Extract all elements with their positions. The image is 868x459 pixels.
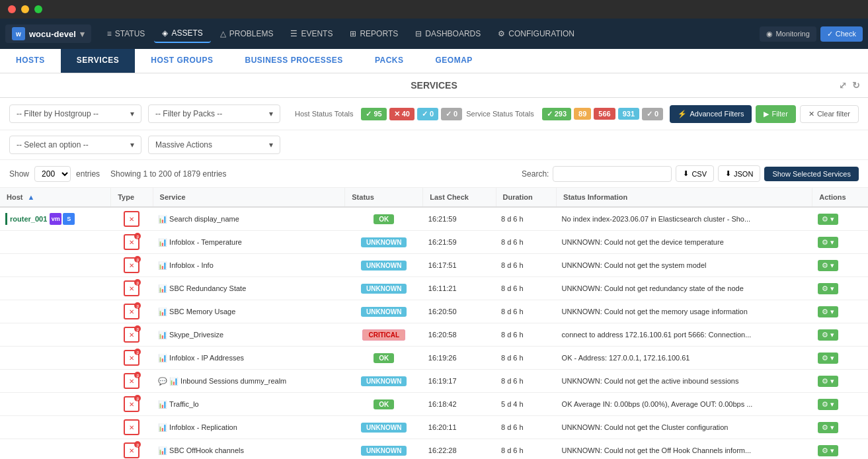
actions-button[interactable]: ⚙ ▾ bbox=[818, 306, 838, 317]
last-check-cell: 16:20:11 bbox=[423, 416, 496, 439]
service-name[interactable]: SBC Memory Usage bbox=[169, 308, 235, 315]
json-button[interactable]: ⬇ JSON bbox=[718, 165, 760, 182]
problems-nav-icon: △ bbox=[220, 29, 226, 38]
last-check-cell: 16:19:26 bbox=[423, 347, 496, 370]
brand-logo: w bbox=[12, 27, 25, 40]
packs-filter[interactable]: -- Filter by Packs -- ▾ bbox=[148, 104, 280, 123]
type-action-icon[interactable]: ✕p bbox=[124, 257, 139, 273]
maximize-btn[interactable] bbox=[34, 5, 42, 13]
service-name[interactable]: Inbound Sessions dummy_realm bbox=[180, 377, 286, 385]
select-option-dropdown[interactable]: -- Select an option -- ▾ bbox=[9, 136, 141, 154]
nav-item-configuration[interactable]: ⚙ CONFIGURATION bbox=[490, 24, 582, 43]
last-check-cell: 16:20:50 bbox=[423, 300, 496, 323]
actions-button[interactable]: ⚙ ▾ bbox=[818, 376, 838, 387]
type-action-icon[interactable]: ✕p bbox=[124, 442, 139, 458]
actions-button[interactable]: ⚙ ▾ bbox=[818, 237, 838, 248]
actions-button[interactable]: ⚙ ▾ bbox=[818, 445, 838, 456]
table-row: ✕p📊Skype_DrivesizeCRITICAL16:20:588 d 6 … bbox=[0, 323, 868, 347]
entries-select[interactable]: 200 50 100 500 bbox=[34, 166, 71, 182]
table-row: ✕p📊Traffic_loOK16:18:425 d 4 hOK Average… bbox=[0, 393, 868, 416]
col-status[interactable]: Status bbox=[345, 188, 423, 207]
col-status-info[interactable]: Status Information bbox=[557, 188, 812, 207]
p-badge: p bbox=[134, 233, 141, 239]
actions-button[interactable]: ⚙ ▾ bbox=[818, 260, 838, 271]
graph-icon: 📊 bbox=[158, 354, 167, 362]
csv-button[interactable]: ⬇ CSV bbox=[676, 165, 714, 182]
status-badge: CRITICAL bbox=[362, 329, 405, 341]
close-btn[interactable] bbox=[8, 5, 16, 13]
service-name[interactable]: Skype_Drivesize bbox=[169, 331, 223, 339]
col-last-check[interactable]: Last Check bbox=[423, 188, 496, 207]
actions-button[interactable]: ⚙ ▾ bbox=[818, 329, 838, 341]
nav-item-dashboards[interactable]: ⊟ DASHBOARDS bbox=[407, 24, 489, 43]
nav-item-assets[interactable]: ◈ ASSETS bbox=[154, 24, 210, 43]
actions-button[interactable]: ⚙ ▾ bbox=[818, 353, 838, 364]
actions-cell: ⚙ ▾ bbox=[812, 323, 868, 347]
tab-host-groups[interactable]: HOST GROUPS bbox=[135, 49, 229, 73]
clear-filter-button[interactable]: ✕ Clear filter bbox=[800, 105, 859, 123]
type-cell: ✕p bbox=[111, 300, 153, 323]
times-icon: ✕ bbox=[809, 110, 814, 118]
actions-button[interactable]: ⚙ ▾ bbox=[818, 283, 838, 294]
service-name[interactable]: Infoblox - Replication bbox=[169, 423, 237, 431]
chevron-down-icon: ▾ bbox=[130, 109, 134, 118]
download-icon: ⬇ bbox=[725, 169, 731, 178]
service-name[interactable]: Infoblox - Temperature bbox=[169, 238, 242, 246]
monitoring-button[interactable]: ◉ Monitoring bbox=[760, 26, 816, 42]
type-action-icon[interactable]: ✕p bbox=[124, 234, 139, 250]
service-name[interactable]: SBC Redundancy State bbox=[169, 284, 246, 292]
tab-hosts[interactable]: HOSTS bbox=[0, 49, 61, 73]
top-nav: w wocu-devel ▾ ≡ STATUS ◈ ASSETS △ PROBL… bbox=[0, 19, 868, 49]
type-action-icon[interactable]: ✕p bbox=[124, 373, 139, 389]
advanced-filters-button[interactable]: ⚡ Advanced Filters bbox=[670, 105, 752, 123]
nav-item-events[interactable]: ☰ EVENTS bbox=[282, 24, 340, 43]
table-row: router_001 vm S ✕📊Search display_nameOK1… bbox=[0, 207, 868, 231]
expand-icon[interactable]: ⤢ bbox=[839, 80, 847, 91]
nav-item-status[interactable]: ≡ STATUS bbox=[99, 24, 153, 43]
select-option-label: -- Select an option -- bbox=[17, 140, 89, 149]
service-name[interactable]: Infoblox - IP Addresses bbox=[169, 354, 244, 362]
tab-business-processes[interactable]: BUSINESS PROCESSES bbox=[229, 49, 359, 73]
tab-geomap[interactable]: GEOMAP bbox=[420, 49, 489, 73]
type-action-icon[interactable]: ✕p bbox=[124, 350, 139, 366]
col-duration[interactable]: Duration bbox=[496, 188, 557, 207]
service-cell: 📊Infoblox - Temperature bbox=[153, 231, 345, 254]
type-action-icon[interactable]: ✕ bbox=[124, 211, 139, 227]
show-selected-button[interactable]: Show Selected Services bbox=[764, 167, 859, 181]
tab-services[interactable]: SERVICES bbox=[61, 49, 135, 73]
actions-button[interactable]: ⚙ ▾ bbox=[818, 399, 838, 410]
type-action-icon[interactable]: ✕p bbox=[124, 327, 139, 343]
search-input[interactable] bbox=[553, 166, 672, 182]
service-cell: 📊SBC Redundancy State bbox=[153, 277, 345, 300]
massive-actions-dropdown[interactable]: Massive Actions ▾ bbox=[148, 136, 280, 154]
minimize-btn[interactable] bbox=[21, 5, 29, 13]
filter-button[interactable]: ▶ Filter bbox=[756, 105, 795, 123]
type-action-icon[interactable]: ✕p bbox=[124, 280, 139, 296]
service-name[interactable]: Traffic_lo bbox=[169, 400, 199, 408]
actions-button[interactable]: ⚙ ▾ bbox=[818, 214, 838, 225]
type-action-icon[interactable]: ✕ bbox=[124, 419, 139, 435]
brand-selector[interactable]: w wocu-devel ▾ bbox=[5, 24, 91, 43]
nav-item-reports[interactable]: ⊞ REPORTS bbox=[342, 24, 406, 43]
col-type[interactable]: Type bbox=[111, 188, 153, 207]
hostgroup-filter[interactable]: -- Filter by Hostgroup -- ▾ bbox=[9, 104, 141, 123]
service-name[interactable]: Infoblox - Info bbox=[169, 261, 214, 269]
col-service[interactable]: Service bbox=[153, 188, 345, 207]
status-cell: UNKNOWN bbox=[345, 370, 423, 393]
status-cell: CRITICAL bbox=[345, 323, 423, 347]
col-host[interactable]: Host ▲ bbox=[0, 188, 111, 207]
service-name[interactable]: SBC OffHook channels bbox=[169, 446, 244, 454]
host-name[interactable]: router_001 bbox=[10, 215, 47, 223]
refresh-icon[interactable]: ↻ bbox=[852, 80, 860, 91]
last-check-cell: 16:22:28 bbox=[423, 439, 496, 460]
actions-button[interactable]: ⚙ ▾ bbox=[818, 422, 838, 433]
tab-packs[interactable]: PACKS bbox=[359, 49, 420, 73]
check-button[interactable]: ✓ Check bbox=[820, 26, 863, 42]
type-cell: ✕p bbox=[111, 347, 153, 370]
type-action-icon[interactable]: ✕p bbox=[124, 396, 139, 412]
nav-item-problems[interactable]: △ PROBLEMS bbox=[212, 24, 282, 43]
service-name[interactable]: Search display_name bbox=[169, 215, 239, 223]
page-header: SERVICES ⤢ ↻ bbox=[0, 73, 868, 98]
actions-cell: ⚙ ▾ bbox=[812, 300, 868, 323]
type-action-icon[interactable]: ✕p bbox=[124, 304, 139, 319]
